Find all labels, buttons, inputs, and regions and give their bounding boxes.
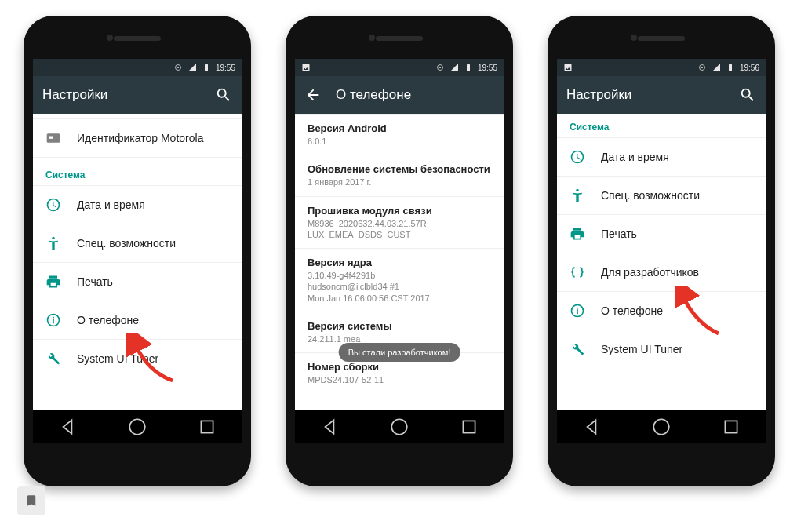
appbar-title: Настройки (566, 87, 725, 103)
print-icon (45, 274, 61, 290)
nav-back-icon[interactable] (319, 417, 340, 437)
status-bar: 19:55 (295, 59, 504, 76)
status-time: 19:56 (740, 64, 759, 72)
status-bar: 19:55 (33, 59, 242, 76)
row-motorola-id[interactable]: Идентификатор Motorola (33, 118, 242, 157)
nav-recent-icon[interactable] (721, 417, 741, 437)
search-icon[interactable] (739, 86, 756, 104)
row-kernel[interactable]: Версия ядра 3.10.49-g4f4291b hudsoncm@il… (295, 248, 504, 312)
row-print[interactable]: Печать (33, 262, 242, 301)
row-subtitle: 3.10.49-g4f4291b hudsoncm@ilclbld34 #1 M… (308, 270, 491, 304)
row-accessibility[interactable]: Спец. возможности (33, 224, 242, 262)
section-system: Система (557, 114, 766, 137)
wrench-icon (570, 341, 585, 357)
row-title: Обновление системы безопасности (308, 163, 491, 175)
row-subtitle: 1 января 2017 г. (308, 177, 491, 188)
nav-home-icon[interactable] (389, 417, 409, 437)
row-label: Печать (77, 275, 113, 288)
row-title: Прошивка модуля связи (308, 205, 491, 217)
clock-icon (570, 149, 585, 165)
row-title: Версия системы (308, 320, 491, 332)
appbar: О телефоне (295, 76, 504, 114)
row-label: Для разработчиков (601, 266, 699, 279)
accessibility-icon (570, 188, 585, 203)
settings-list: Идентификатор Motorola Система Дата и вр… (33, 114, 242, 410)
nav-home-icon[interactable] (127, 417, 147, 437)
signal-icon (449, 63, 459, 72)
row-label: System UI Tuner (77, 352, 158, 365)
row-subtitle: M8936_2020632.44.03.21.57R LUX_EMEA_DSDS… (308, 218, 491, 241)
disc-icon (173, 63, 183, 72)
row-system-ui-tuner[interactable]: System UI Tuner (33, 339, 242, 377)
print-icon (570, 226, 585, 242)
row-label: О телефоне (77, 314, 139, 326)
appbar: Настройки (33, 76, 242, 114)
nav-recent-icon[interactable] (197, 417, 217, 437)
row-accessibility[interactable]: Спец. возможности (557, 176, 766, 214)
row-label: Дата и время (601, 151, 669, 163)
navigation-bar (557, 410, 766, 443)
row-subtitle: MPDS24.107-52-11 (308, 374, 491, 385)
status-time: 19:55 (478, 64, 497, 72)
status-time: 19:55 (216, 64, 235, 72)
info-icon (45, 312, 61, 328)
row-label: Идентификатор Motorola (77, 132, 203, 144)
row-label: О телефоне (601, 304, 663, 317)
row-system-ui-tuner[interactable]: System UI Tuner (557, 330, 766, 368)
row-title: Версия ядра (308, 257, 491, 268)
signal-icon (712, 63, 721, 72)
card-icon (45, 130, 61, 146)
appbar: Настройки (557, 76, 766, 114)
row-developer-options[interactable]: Для разработчиков (557, 253, 766, 291)
row-security-update[interactable]: Обновление системы безопасности 1 января… (295, 155, 504, 195)
row-baseband[interactable]: Прошивка модуля связи M8936_2020632.44.0… (295, 196, 504, 249)
row-android-version[interactable]: Версия Android 6.0.1 (295, 114, 504, 155)
row-label: System UI Tuner (601, 343, 682, 355)
row-label: Спец. возможности (77, 237, 176, 250)
toast-developer: Вы стали разработчиком! (339, 343, 460, 362)
signal-icon (187, 63, 197, 72)
phone-3: 19:56 Настройки Система Дата и время Спе… (548, 16, 775, 486)
battery-icon (726, 63, 735, 72)
search-icon[interactable] (215, 86, 232, 104)
info-icon (570, 303, 585, 319)
row-about-phone[interactable]: О телефоне (557, 291, 766, 330)
navigation-bar (33, 410, 242, 443)
disc-icon (435, 63, 445, 72)
bookmark-fab[interactable] (17, 486, 45, 515)
braces-icon (570, 264, 585, 280)
row-label: Спец. возможности (601, 189, 700, 202)
phone-1: 19:55 Настройки Идентификатор Motorola С… (24, 16, 251, 486)
status-bar: 19:56 (557, 59, 766, 76)
back-icon[interactable] (304, 86, 322, 104)
navigation-bar (295, 410, 504, 443)
image-icon (301, 63, 311, 72)
phone-2: 19:55 О телефоне Версия Android 6.0.1 Об… (286, 16, 513, 486)
row-label: Дата и время (77, 199, 145, 211)
row-date-time[interactable]: Дата и время (557, 137, 766, 176)
about-phone-list: Версия Android 6.0.1 Обновление системы … (295, 114, 504, 410)
appbar-title: О телефоне (336, 87, 494, 103)
battery-icon (202, 63, 211, 72)
row-print[interactable]: Печать (557, 214, 766, 253)
row-label: Печать (601, 228, 637, 240)
row-about-phone[interactable]: О телефоне (33, 301, 242, 339)
battery-icon (464, 63, 473, 72)
nav-back-icon[interactable] (57, 417, 78, 437)
accessibility-icon (45, 235, 61, 251)
row-title: Версия Android (308, 122, 491, 134)
row-date-time[interactable]: Дата и время (33, 185, 242, 224)
wrench-icon (45, 351, 61, 366)
appbar-title: Настройки (42, 87, 201, 103)
nav-recent-icon[interactable] (459, 417, 479, 437)
row-title: Номер сборки (308, 361, 491, 373)
section-system: Система (33, 162, 242, 185)
bookmark-icon (24, 494, 38, 508)
row-subtitle: 6.0.1 (308, 136, 491, 147)
disc-icon (697, 63, 707, 72)
settings-list: Система Дата и время Спец. возможности П… (557, 114, 766, 410)
image-icon (563, 63, 573, 72)
nav-home-icon[interactable] (651, 417, 672, 437)
nav-back-icon[interactable] (581, 417, 602, 437)
clock-icon (45, 197, 61, 213)
